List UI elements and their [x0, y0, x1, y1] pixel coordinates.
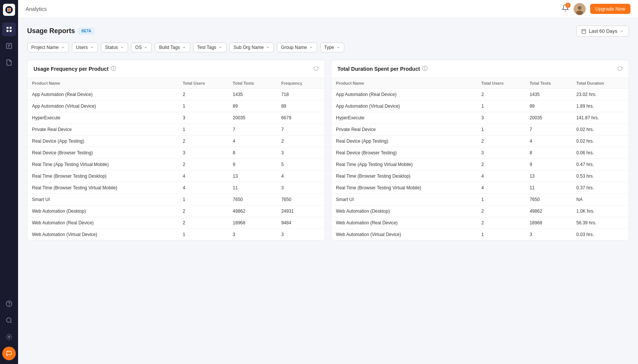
table-cell: 13 — [525, 171, 572, 182]
sidebar-item-docs[interactable] — [2, 56, 16, 69]
user-avatar[interactable] — [574, 3, 586, 15]
table-cell: 20035 — [525, 112, 572, 124]
upgrade-button[interactable]: Upgrade Now — [590, 4, 631, 14]
table-cell: 7650 — [525, 194, 572, 206]
table-cell: 18968 — [525, 217, 572, 229]
svg-point-16 — [578, 6, 582, 10]
total-duration-refresh-icon[interactable] — [617, 66, 623, 72]
table-cell: 24931 — [277, 206, 325, 217]
table-row: HyperExecute3200356679 — [27, 112, 325, 124]
search-icon[interactable] — [2, 314, 16, 327]
table-cell: 6679 — [277, 112, 325, 124]
app-logo[interactable] — [3, 4, 15, 16]
table-cell: Private Real Device — [331, 124, 477, 136]
table-cell: Real Time (App Testing Virtual Mobile) — [331, 159, 477, 171]
table-cell: 1 — [477, 229, 525, 241]
filter-users-label: Users — [76, 45, 88, 50]
table-cell: 3 — [277, 147, 325, 159]
table-row: Real Time (Browser Testing Desktop)4130.… — [331, 171, 629, 182]
filter-status[interactable]: Status — [101, 43, 128, 52]
table-cell: 141.87 hrs. — [572, 112, 629, 124]
table-cell: 2 — [178, 89, 228, 101]
svg-rect-2 — [6, 27, 8, 29]
table-cell: 7 — [525, 124, 572, 136]
table-cell: 11 — [525, 182, 572, 194]
usage-frequency-card: Usage Frequency per Product ⓘ Product Na… — [27, 60, 325, 241]
table-cell: HyperExecute — [331, 112, 477, 124]
total-duration-header: Total Duration Spent per Product ⓘ — [331, 60, 629, 78]
date-filter-button[interactable]: Last 60 Days — [576, 26, 629, 37]
notification-bell[interactable]: 3 — [562, 4, 569, 14]
table-cell: HyperExecute — [27, 112, 178, 124]
table-cell: 0.02 hrs. — [572, 124, 629, 136]
integrations-icon[interactable] — [2, 330, 16, 344]
help-icon[interactable] — [2, 297, 16, 311]
table-cell: 2 — [178, 206, 228, 217]
filter-project-name[interactable]: Project Name — [27, 43, 69, 52]
table-cell: Web Automation (Real Device) — [331, 217, 477, 229]
filter-os-label: OS — [135, 45, 142, 50]
svg-point-1 — [8, 9, 10, 11]
table-cell: 0.02 hrs. — [572, 136, 629, 147]
table-cell: 9 — [228, 159, 277, 171]
support-button[interactable] — [2, 347, 16, 360]
sidebar-item-reports[interactable] — [2, 39, 16, 53]
table-row: Web Automation (Virtual Device)130.03 hr… — [331, 229, 629, 241]
total-duration-title-text: Total Duration Spent per Product — [337, 66, 420, 72]
svg-point-14 — [8, 336, 10, 338]
table-cell: Real Device (Browser Testing) — [27, 147, 178, 159]
main-content: Analytics 3 Upgrade Now — [18, 0, 638, 364]
filter-group-name[interactable]: Group Name — [277, 43, 317, 52]
table-cell: Real Time (Browser Testing Desktop) — [27, 171, 178, 182]
table-cell: 3 — [178, 112, 228, 124]
table-row: Real Time (App Testing Virtual Mobile)29… — [27, 159, 325, 171]
usage-frequency-title-text: Usage Frequency per Product — [34, 66, 108, 72]
table-cell: 11 — [228, 182, 277, 194]
table-cell: App Automation (Real Device) — [331, 89, 477, 101]
svg-rect-18 — [582, 29, 586, 34]
table-cell: 1 — [178, 101, 228, 112]
filter-os[interactable]: OS — [131, 43, 152, 52]
table-cell: 49862 — [228, 206, 277, 217]
usage-frequency-refresh-icon[interactable] — [313, 66, 319, 72]
table-cell: Smart UI — [27, 194, 178, 206]
svg-rect-4 — [6, 30, 8, 32]
filter-group-name-label: Group Name — [281, 45, 307, 50]
sidebar-item-analytics[interactable] — [2, 23, 16, 36]
table-cell: Web Automation (Desktop) — [27, 206, 178, 217]
svg-point-12 — [6, 318, 11, 322]
table-cell: 4 — [277, 171, 325, 182]
table-row: Real Time (Browser Testing Virtual Mobil… — [331, 182, 629, 194]
table-cell: 2 — [477, 89, 525, 101]
table-cell: 0.37 hrs. — [572, 182, 629, 194]
table-cell: App Automation (Virtual Device) — [331, 101, 477, 112]
filter-sub-org-name[interactable]: Sub Org Name — [229, 43, 274, 52]
table-cell: Real Device (Browser Testing) — [331, 147, 477, 159]
total-duration-table: Product Name Total Users Total Tests Tot… — [331, 78, 629, 240]
table-cell: 3 — [525, 229, 572, 241]
col-total-users-right: Total Users — [477, 78, 525, 89]
usage-frequency-info-icon[interactable]: ⓘ — [111, 65, 116, 72]
date-filter-label: Last 60 Days — [589, 28, 617, 34]
table-row: Smart UI176507650 — [27, 194, 325, 206]
page-title: Usage Reports — [27, 27, 75, 35]
table-cell: 0.47 hrs. — [572, 159, 629, 171]
table-cell: 1435 — [228, 89, 277, 101]
table-cell: 4 — [178, 171, 228, 182]
table-cell: 7 — [228, 124, 277, 136]
table-cell: Real Time (Browser Testing Virtual Mobil… — [331, 182, 477, 194]
table-cell: 2 — [178, 217, 228, 229]
table-cell: Private Real Device — [27, 124, 178, 136]
table-cell: Web Automation (Virtual Device) — [331, 229, 477, 241]
table-cell: 89 — [228, 101, 277, 112]
table-cell: 3 — [228, 229, 277, 241]
table-cell: 56.39 hrs. — [572, 217, 629, 229]
filter-users[interactable]: Users — [72, 43, 98, 52]
total-duration-info-icon[interactable]: ⓘ — [422, 65, 427, 72]
filter-type[interactable]: Type — [320, 43, 344, 52]
table-row: App Automation (Virtual Device)18989 — [27, 101, 325, 112]
filter-build-tags[interactable]: Build Tags — [155, 43, 190, 52]
table-cell: 13 — [228, 171, 277, 182]
table-cell: Web Automation (Real Device) — [27, 217, 178, 229]
filter-test-tags[interactable]: Test Tags — [193, 43, 226, 52]
